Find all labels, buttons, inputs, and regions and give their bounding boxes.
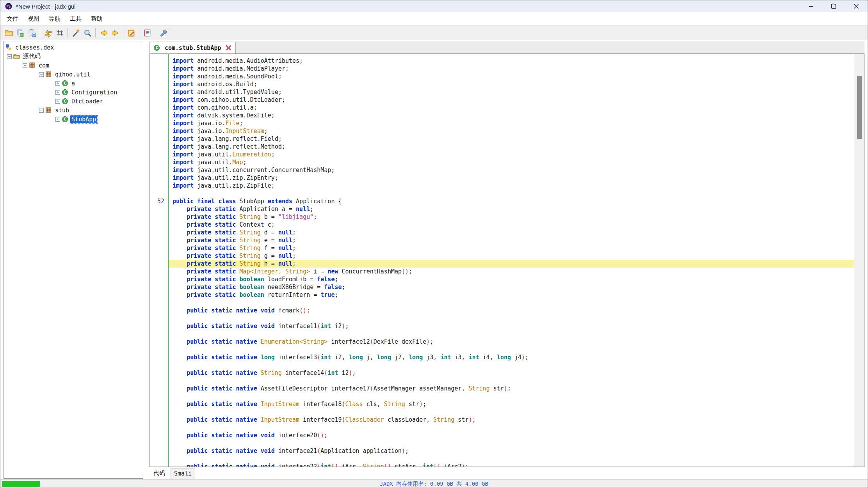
code-line: 52public final class StubApp extends App…	[150, 197, 854, 205]
settings-button[interactable]	[157, 27, 169, 39]
line-number	[150, 244, 168, 252]
log-viewer-button[interactable]	[141, 27, 153, 39]
tree-item-label: DtcLoader	[70, 98, 104, 105]
quick-commands-button[interactable]	[70, 27, 82, 39]
menu-file[interactable]: 文件	[2, 13, 23, 25]
code-line: private static String f = null;	[150, 244, 854, 252]
tree-item-source-code[interactable]: −源代码	[4, 52, 143, 61]
preferences-button[interactable]	[125, 27, 137, 39]
menu-tools[interactable]: 工具	[65, 13, 86, 25]
close-button[interactable]	[845, 0, 868, 12]
tree-item-qihoo-util[interactable]: −qihoo.util	[4, 70, 143, 79]
package-icon	[45, 71, 52, 78]
code-line	[150, 424, 854, 431]
code-line	[150, 439, 854, 447]
expander-plus-icon[interactable]: +	[55, 90, 60, 95]
line-number	[150, 213, 168, 221]
line-number	[150, 166, 168, 174]
menu-navigation[interactable]: 导航	[44, 13, 65, 25]
window-title: *New Project - jadx-gui	[16, 3, 76, 10]
tree-item-label: stub	[54, 106, 70, 114]
svg-text:C: C	[64, 90, 66, 94]
toolbar	[0, 25, 868, 40]
editor-vertical-scrollbar[interactable]	[854, 54, 864, 467]
menu-view[interactable]: 视图	[23, 13, 44, 25]
open-files-button[interactable]	[14, 27, 26, 39]
svg-text:C: C	[64, 99, 66, 103]
code-line: import java.io.File;	[150, 119, 854, 127]
class-icon: C	[62, 98, 68, 105]
tree-item-stub[interactable]: −stub	[4, 106, 143, 115]
expander-minus-icon[interactable]: −	[23, 63, 27, 68]
gutter-divider	[168, 54, 169, 467]
line-number	[150, 338, 168, 346]
search-button[interactable]	[82, 27, 93, 39]
tab-com-stub-stubapp[interactable]: C com.stub.StubApp	[149, 42, 236, 53]
tree-item-configuration[interactable]: +CConfiguration	[4, 88, 143, 97]
tree-item-label: com	[37, 62, 50, 69]
code-line	[150, 299, 854, 307]
line-number	[150, 190, 168, 197]
code-line: private static String e = null;	[150, 236, 854, 244]
tree-item-dtcloader[interactable]: +CDtcLoader	[4, 97, 143, 106]
forward-button[interactable]	[109, 27, 121, 39]
expander-plus-icon[interactable]: +	[55, 81, 60, 86]
code-line: import java.util.Enumeration;	[150, 151, 854, 158]
code-line: import java.util.zip.ZipFile;	[150, 182, 854, 190]
line-number	[150, 353, 168, 361]
tree-item-com[interactable]: −com	[4, 61, 143, 70]
expander-plus-icon[interactable]: +	[55, 117, 60, 122]
menu-help[interactable]: 帮助	[86, 13, 107, 25]
tree-item-label: qihoo.util	[54, 71, 91, 78]
code-line: public static native void interface11(in…	[150, 322, 854, 330]
src-folder-icon	[13, 53, 20, 60]
open-files-icon	[16, 28, 25, 37]
expander-minus-icon[interactable]: −	[39, 72, 44, 77]
reload-button[interactable]	[42, 27, 54, 39]
expander-minus-icon[interactable]: −	[39, 108, 44, 113]
expander-minus-icon[interactable]: −	[7, 54, 12, 59]
minimize-button[interactable]	[800, 0, 822, 12]
deobfuscation-button[interactable]	[54, 27, 66, 39]
code-editor[interactable]: import android.media.AudioAttributes;imp…	[149, 53, 864, 467]
code-line: import android.os.Build;	[150, 80, 854, 88]
class-icon: C	[62, 116, 68, 122]
code-line	[150, 408, 854, 416]
line-number	[150, 135, 168, 143]
close-icon	[854, 4, 859, 9]
maximize-button[interactable]	[822, 0, 845, 12]
line-number	[150, 112, 168, 119]
code-line: public static native AssetFileDescriptor…	[150, 385, 854, 392]
code-line: private static Context c;	[150, 221, 854, 229]
line-number	[150, 392, 168, 400]
open-file-button[interactable]	[3, 27, 14, 39]
tree-item-a[interactable]: +Ca	[4, 79, 143, 88]
tree-item-stubapp[interactable]: +CStubApp	[4, 115, 143, 124]
scrollbar-thumb[interactable]	[857, 76, 862, 139]
forward-icon	[111, 28, 120, 37]
code-line: import java.lang.reflect.Field;	[150, 135, 854, 143]
back-button[interactable]	[98, 27, 109, 39]
view-mode-tabs: 代码Smali	[149, 467, 864, 479]
tab-smali[interactable]: Smali	[171, 468, 195, 479]
project-tree-panel[interactable]: classes.dex−源代码−com−qihoo.util+Ca+CConfi…	[4, 41, 143, 479]
line-number	[150, 322, 168, 330]
close-tab-icon[interactable]	[226, 45, 231, 51]
line-number	[150, 455, 168, 463]
jadx-main-window: *New Project - jadx-gui 文件视图导航工具帮助 class…	[0, 0, 868, 488]
save-all-button[interactable]	[26, 27, 38, 39]
tree-item-classes-dex[interactable]: classes.dex	[4, 43, 143, 52]
menu-bar: 文件视图导航工具帮助	[0, 12, 868, 25]
class-icon: C	[153, 44, 160, 51]
line-number	[150, 408, 168, 416]
code-line	[150, 377, 854, 385]
code-area[interactable]: import android.media.AudioAttributes;imp…	[150, 54, 854, 467]
tab-code[interactable]: 代码	[150, 468, 168, 479]
line-number: 52	[150, 197, 168, 205]
line-number	[150, 236, 168, 244]
code-line: public static native InputStream interfa…	[150, 416, 854, 424]
expander-plus-icon[interactable]: +	[55, 99, 60, 104]
package-icon	[45, 107, 52, 114]
tree-item-label: Configuration	[70, 89, 118, 96]
line-number	[150, 158, 168, 166]
